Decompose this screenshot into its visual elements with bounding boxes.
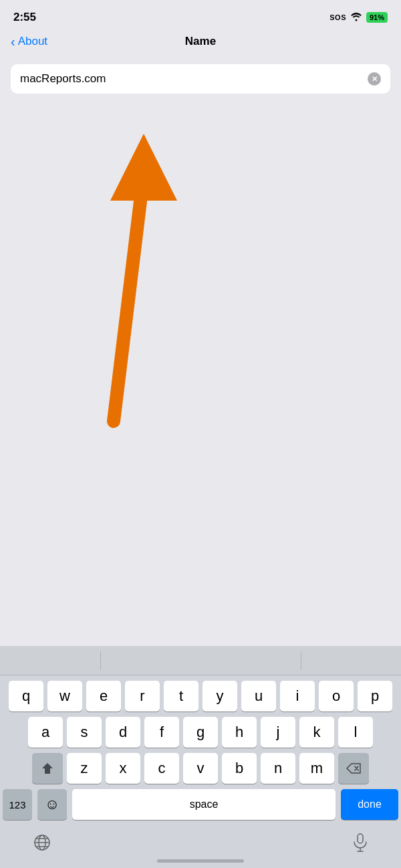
status-time: 2:55 <box>13 11 36 24</box>
key-p[interactable]: p <box>358 681 392 712</box>
sos-badge: SOS <box>329 13 346 21</box>
key-x[interactable]: x <box>106 753 140 784</box>
key-e[interactable]: e <box>86 681 121 712</box>
nav-bar: ‹ About Name <box>0 29 401 53</box>
back-button[interactable]: ‹ About <box>11 35 47 48</box>
svg-rect-7 <box>358 834 363 843</box>
key-h[interactable]: h <box>222 717 257 748</box>
key-f[interactable]: f <box>144 717 179 748</box>
key-a[interactable]: a <box>28 717 63 748</box>
key-row-4: 123 ☺ space done <box>3 789 398 820</box>
number-key[interactable]: 123 <box>3 789 32 820</box>
key-j[interactable]: j <box>261 717 295 748</box>
battery-badge: 91% <box>366 12 388 23</box>
key-l[interactable]: l <box>338 717 373 748</box>
emoji-key[interactable]: ☺ <box>37 789 67 820</box>
key-y[interactable]: y <box>203 681 237 712</box>
key-c[interactable]: c <box>144 753 179 784</box>
key-v[interactable]: v <box>183 753 218 784</box>
svg-line-0 <box>114 174 144 421</box>
name-input[interactable] <box>20 72 368 86</box>
key-row-2: a s d f g h j k l <box>3 717 398 748</box>
key-r[interactable]: r <box>125 681 160 712</box>
key-s[interactable]: s <box>67 717 102 748</box>
status-icons: SOS 91% <box>329 12 388 23</box>
svg-marker-1 <box>110 134 177 201</box>
key-i[interactable]: i <box>280 681 315 712</box>
key-b[interactable]: b <box>222 753 257 784</box>
clear-button[interactable] <box>368 72 381 86</box>
back-label: About <box>18 35 47 48</box>
key-row-3: z x c v b n m <box>3 753 398 784</box>
key-m[interactable]: m <box>299 753 334 784</box>
keyboard: q w e r t y u i o p a s d f g h j k l <box>0 646 401 868</box>
key-d[interactable]: d <box>106 717 140 748</box>
page-title: Name <box>185 35 216 48</box>
wifi-icon <box>350 12 362 23</box>
mic-icon[interactable] <box>353 833 368 856</box>
annotation-arrow <box>40 94 214 441</box>
key-z[interactable]: z <box>67 753 102 784</box>
done-key[interactable]: done <box>341 789 398 820</box>
keyboard-toolbar <box>0 646 401 675</box>
key-w[interactable]: w <box>47 681 82 712</box>
key-o[interactable]: o <box>319 681 354 712</box>
globe-icon[interactable] <box>33 834 51 855</box>
key-g[interactable]: g <box>183 717 218 748</box>
home-indicator <box>157 859 244 863</box>
space-key[interactable]: space <box>72 789 336 820</box>
back-chevron-icon: ‹ <box>11 35 15 48</box>
key-k[interactable]: k <box>299 717 334 748</box>
keyboard-rows: q w e r t y u i o p a s d f g h j k l <box>0 675 401 828</box>
key-row-1: q w e r t y u i o p <box>3 681 398 712</box>
content-area <box>0 53 401 104</box>
backspace-key[interactable] <box>338 753 369 784</box>
key-u[interactable]: u <box>241 681 276 712</box>
shift-key[interactable] <box>32 753 63 784</box>
key-q[interactable]: q <box>9 681 43 712</box>
status-bar: 2:55 SOS 91% <box>0 0 401 29</box>
key-n[interactable]: n <box>261 753 295 784</box>
key-t[interactable]: t <box>164 681 198 712</box>
name-input-container <box>11 64 390 94</box>
